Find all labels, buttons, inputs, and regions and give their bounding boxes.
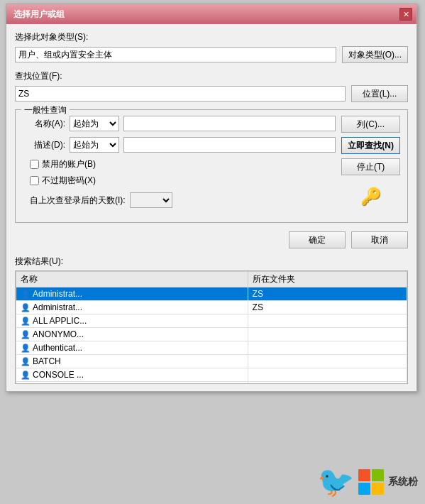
windows-logo (358, 469, 384, 495)
stop-button[interactable]: 停止(T) (341, 158, 400, 175)
watermark-text: 系统粉 (388, 476, 418, 488)
cell-folder (248, 368, 407, 382)
days-row: 自上次查登录后的天数(I): (30, 192, 336, 208)
name-filter-row: 名称(A): 起始为 (23, 116, 336, 131)
search-results-label: 搜索结果(U): (15, 256, 408, 268)
bird-icon: 🐦 (317, 467, 354, 497)
table-row[interactable]: 👤CREATOR ... (16, 382, 407, 385)
filter-left: 名称(A): 起始为 描述(D): 起始为 (23, 116, 336, 208)
title-bar: 选择用户或组 ✕ (6, 4, 416, 24)
disabled-account-label: 禁用的账户(B) (42, 158, 96, 170)
cell-folder (248, 341, 407, 355)
watermark: 🐦 系统粉 (317, 467, 418, 497)
table-row[interactable]: 👤ALL APPLIC... (16, 314, 407, 328)
results-wrapper[interactable]: 名称 所在文件夹 👤Administrat...ZS👤Administrat..… (15, 270, 408, 384)
cell-folder (248, 328, 407, 341)
key-icon: 🔑 (341, 187, 400, 207)
disabled-account-checkbox[interactable] (30, 160, 39, 169)
cell-name: 👤ANONYMO... (16, 328, 248, 341)
right-buttons: 列(C)... 立即查找(N) 停止(T) 🔑 (341, 116, 400, 208)
cell-folder (248, 314, 407, 328)
ok-button[interactable]: 确定 (289, 231, 346, 248)
location-button[interactable]: 位置(L)... (351, 85, 408, 102)
select-user-dialog: 选择用户或组 ✕ 选择此对象类型(S): 对象类型(O)... 查找位置(F):… (6, 4, 417, 392)
table-row[interactable]: 👤ANONYMO... (16, 328, 407, 341)
location-label: 查找位置(F): (15, 70, 408, 82)
general-query-group: 一般性查询 名称(A): 起始为 描述(D): (15, 109, 408, 223)
cell-folder: ZS (248, 301, 407, 314)
no-expire-label: 不过期密码(X) (42, 175, 96, 187)
table-row[interactable]: 👤CONSOLE ... (16, 368, 407, 382)
win-tile-red (358, 469, 370, 481)
table-row[interactable]: 👤Administrat...ZS (16, 301, 407, 314)
cell-name: 👤CREATOR ... (16, 382, 248, 385)
object-type-input[interactable] (15, 47, 336, 62)
location-row: 位置(L)... (15, 85, 408, 102)
results-table: 名称 所在文件夹 👤Administrat...ZS👤Administrat..… (16, 271, 407, 384)
user-icon: 👤 (21, 371, 31, 379)
days-select[interactable] (130, 192, 172, 208)
user-icon: 👤 (21, 357, 31, 366)
user-icon: 👤 (21, 344, 31, 352)
dialog-content: 选择此对象类型(S): 对象类型(O)... 查找位置(F): 位置(L)...… (6, 24, 416, 391)
win-tile-blue (358, 483, 370, 495)
bottom-buttons: 确定 取消 (15, 231, 408, 248)
table-row[interactable]: 👤Authenticat... (16, 341, 407, 355)
cell-name: 👤ALL APPLIC... (16, 314, 248, 328)
object-type-label: 选择此对象类型(S): (15, 31, 408, 43)
cell-name: 👤Authenticat... (16, 341, 248, 355)
cell-name: 👤BATCH (16, 355, 248, 368)
user-icon: 👤 (21, 330, 31, 339)
name-filter-select[interactable]: 起始为 (70, 116, 119, 131)
dialog-title: 选择用户或组 (13, 9, 65, 21)
name-filter-label: 名称(A): (23, 118, 65, 130)
no-expire-checkbox[interactable] (30, 176, 39, 185)
user-icon: 👤 (21, 317, 31, 325)
cancel-button[interactable]: 取消 (351, 231, 408, 248)
cell-folder: ZS (248, 287, 407, 301)
results-body: 👤Administrat...ZS👤Administrat...ZS👤ALL A… (16, 287, 407, 385)
cell-folder (248, 382, 407, 385)
win-tile-green (372, 469, 384, 481)
cell-name: 👤Administrat... (16, 287, 248, 301)
columns-button[interactable]: 列(C)... (341, 116, 400, 133)
object-type-row: 对象类型(O)... (15, 46, 408, 63)
find-now-button[interactable]: 立即查找(N) (341, 137, 400, 154)
desc-filter-select[interactable]: 起始为 (70, 137, 119, 153)
cell-name: 👤Administrat... (16, 301, 248, 314)
table-row[interactable]: 👤BATCH (16, 355, 407, 368)
col-name-header: 名称 (16, 272, 248, 287)
results-header: 名称 所在文件夹 (16, 272, 407, 287)
location-input[interactable] (15, 86, 346, 102)
desc-filter-input[interactable] (123, 137, 336, 153)
filter-area: 名称(A): 起始为 描述(D): 起始为 (23, 116, 400, 208)
name-filter-input[interactable] (123, 116, 336, 131)
key-icon-area: 🔑 (341, 180, 400, 207)
group-box-title: 一般性查询 (21, 104, 70, 116)
cell-folder (248, 355, 407, 368)
disabled-account-row: 禁用的账户(B) (30, 158, 336, 170)
cell-name: 👤CONSOLE ... (16, 368, 248, 382)
table-row[interactable]: 👤Administrat...ZS (16, 287, 407, 301)
col-folder-header: 所在文件夹 (248, 272, 407, 287)
desc-filter-label: 描述(D): (23, 139, 65, 151)
user-icon: 👤 (21, 303, 31, 312)
no-expire-row: 不过期密码(X) (30, 175, 336, 187)
user-icon: 👤 (21, 290, 31, 298)
close-button[interactable]: ✕ (399, 8, 412, 21)
win-tile-yellow (372, 483, 384, 495)
object-type-button[interactable]: 对象类型(O)... (342, 46, 408, 63)
days-label: 自上次查登录后的天数(I): (30, 195, 126, 207)
desc-filter-row: 描述(D): 起始为 (23, 137, 336, 153)
